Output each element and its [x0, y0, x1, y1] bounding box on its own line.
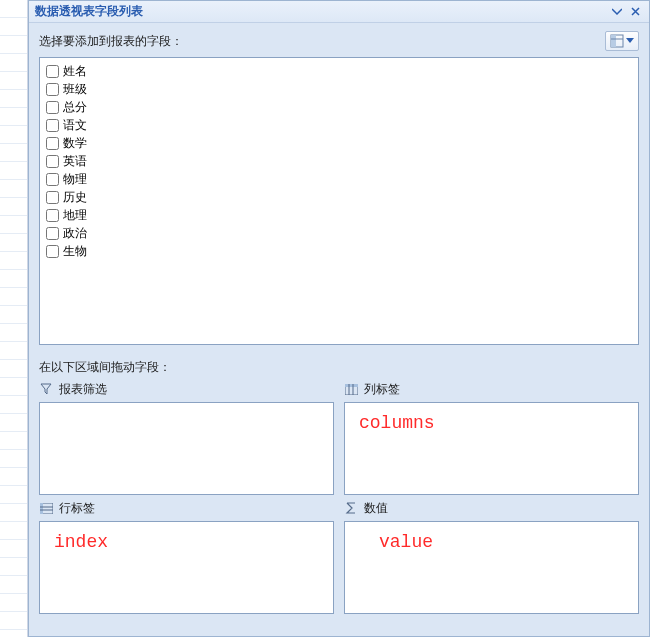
dropdown-toggle[interactable] — [609, 4, 625, 20]
field-item[interactable]: 历史 — [46, 188, 632, 206]
field-label: 姓名 — [63, 63, 87, 80]
close-icon[interactable] — [627, 4, 643, 20]
rows-icon — [39, 501, 53, 515]
field-item[interactable]: 总分 — [46, 98, 632, 116]
column-labels-text: 列标签 — [364, 381, 400, 398]
row-labels-text: 行标签 — [59, 500, 95, 517]
values-text: 数值 — [364, 500, 388, 517]
svg-rect-8 — [40, 503, 43, 514]
drag-instruction: 在以下区域间拖动字段： — [39, 359, 639, 376]
field-checkbox[interactable] — [46, 119, 59, 132]
panel-footer — [39, 622, 639, 626]
row-labels-dropzone[interactable]: index — [39, 521, 334, 614]
field-checkbox[interactable] — [46, 137, 59, 150]
field-item[interactable]: 姓名 — [46, 62, 632, 80]
field-item[interactable]: 数学 — [46, 134, 632, 152]
field-checkbox[interactable] — [46, 101, 59, 114]
svg-rect-4 — [345, 384, 358, 387]
field-checkbox[interactable] — [46, 191, 59, 204]
column-labels-dropzone[interactable]: columns — [344, 402, 639, 495]
field-label: 班级 — [63, 81, 87, 98]
report-filter-dropzone[interactable] — [39, 402, 334, 495]
field-label: 物理 — [63, 171, 87, 188]
field-label: 语文 — [63, 117, 87, 134]
values-label: 数值 — [344, 499, 639, 517]
field-item[interactable]: 语文 — [46, 116, 632, 134]
value-annotation: value — [359, 532, 433, 552]
drop-areas: 报表筛选 列标签 columns — [39, 380, 639, 614]
field-item[interactable]: 政治 — [46, 224, 632, 242]
values-dropzone[interactable]: value — [344, 521, 639, 614]
sigma-icon — [344, 501, 358, 515]
field-checkbox[interactable] — [46, 83, 59, 96]
field-label: 数学 — [63, 135, 87, 152]
field-item[interactable]: 英语 — [46, 152, 632, 170]
panel-body: 选择要添加到报表的字段： 姓名班级总分语文数学英语物理历史地理政治生物 在以下区… — [29, 23, 649, 636]
field-label: 政治 — [63, 225, 87, 242]
svg-rect-1 — [611, 35, 616, 47]
columns-icon — [344, 382, 358, 396]
field-checkbox[interactable] — [46, 245, 59, 258]
field-checkbox[interactable] — [46, 227, 59, 240]
index-annotation: index — [54, 532, 108, 552]
available-fields-list[interactable]: 姓名班级总分语文数学英语物理历史地理政治生物 — [39, 57, 639, 345]
panel-titlebar: 数据透视表字段列表 — [29, 1, 649, 23]
field-item[interactable]: 地理 — [46, 206, 632, 224]
field-item[interactable]: 生物 — [46, 242, 632, 260]
field-label: 总分 — [63, 99, 87, 116]
layout-icon — [610, 34, 624, 48]
field-instruction: 选择要添加到报表的字段： — [39, 33, 183, 50]
row-labels-label: 行标签 — [39, 499, 334, 517]
field-item[interactable]: 物理 — [46, 170, 632, 188]
field-checkbox[interactable] — [46, 173, 59, 186]
report-filter-text: 报表筛选 — [59, 381, 107, 398]
field-checkbox[interactable] — [46, 155, 59, 168]
panel-title: 数据透视表字段列表 — [35, 3, 607, 20]
field-checkbox[interactable] — [46, 209, 59, 222]
columns-annotation: columns — [359, 413, 435, 433]
layout-options-button[interactable] — [605, 31, 639, 51]
field-checkbox[interactable] — [46, 65, 59, 78]
field-label: 地理 — [63, 207, 87, 224]
field-label: 生物 — [63, 243, 87, 260]
field-item[interactable]: 班级 — [46, 80, 632, 98]
pivot-field-list-panel: 数据透视表字段列表 选择要添加到报表的字段： 姓名班级总分语文数学英语物理历史地… — [28, 0, 650, 637]
report-filter-label: 报表筛选 — [39, 380, 334, 398]
field-label: 历史 — [63, 189, 87, 206]
column-labels-label: 列标签 — [344, 380, 639, 398]
spreadsheet-row-edge — [0, 0, 28, 637]
chevron-down-icon — [626, 38, 634, 44]
filter-icon — [39, 382, 53, 396]
field-label: 英语 — [63, 153, 87, 170]
